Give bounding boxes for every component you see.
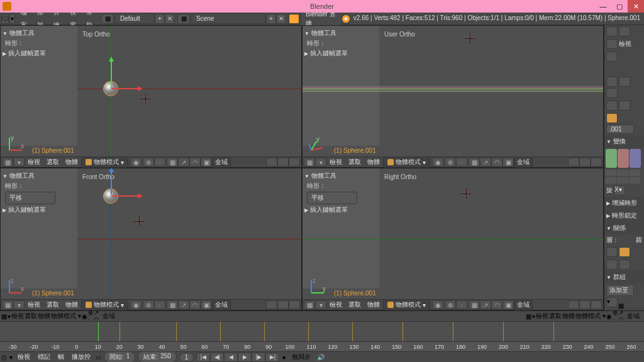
keyframe-marker[interactable] bbox=[308, 322, 309, 341]
scene-browse-icon[interactable]: ▦ bbox=[177, 14, 190, 24]
menu-collapse-icon[interactable]: ▾ bbox=[315, 300, 326, 309]
layers-icon[interactable]: ▦ bbox=[469, 300, 480, 309]
menu-collapse-icon[interactable]: ▾ bbox=[532, 313, 535, 320]
orientation-dropdown[interactable]: 全域 bbox=[514, 156, 533, 168]
shading-icon[interactable]: ◉ bbox=[82, 313, 87, 320]
context-object-icon[interactable] bbox=[606, 101, 618, 111]
prop-tab-icon[interactable] bbox=[606, 26, 618, 36]
menu-collapse-icon[interactable]: ▾ bbox=[315, 158, 326, 167]
layer-button[interactable] bbox=[266, 158, 277, 167]
viewport-front[interactable]: 物體工具 轉形： 平移 插入鍵幀選單 Front Ortho (1) Spher… bbox=[0, 168, 302, 310]
menu-collapse-icon[interactable]: ▾ bbox=[9, 354, 13, 361]
tl-view[interactable]: 檢視 bbox=[536, 312, 548, 321]
lock-row[interactable] bbox=[604, 169, 644, 177]
tl-object[interactable]: 物體 bbox=[562, 312, 575, 321]
sync-dropdown[interactable]: 無同步 bbox=[288, 352, 314, 362]
mode-dropdown[interactable]: 物體模式 ▾ bbox=[575, 312, 606, 321]
audio-icon[interactable]: 🔊 bbox=[317, 354, 325, 361]
panel-keyframe[interactable]: 插入鍵幀選單 bbox=[3, 206, 75, 214]
pivot-opt-icon[interactable]: · bbox=[456, 300, 467, 309]
manipulator-icon[interactable]: ▦ bbox=[618, 302, 624, 309]
delete-layout-button[interactable]: ✕ bbox=[165, 14, 175, 24]
jump-start-button[interactable]: |◀ bbox=[196, 353, 210, 362]
orientation-dropdown[interactable]: 全域 bbox=[212, 299, 231, 310]
pivot-opt-icon[interactable]: · bbox=[154, 300, 165, 309]
viewport-user[interactable]: 物體工具 轉形： 插入鍵幀選單 User Ortho (1) Sphere.00… bbox=[302, 25, 604, 168]
mode-dropdown[interactable]: 物體模式 ▾ bbox=[51, 312, 81, 321]
layer-button[interactable] bbox=[277, 300, 289, 309]
manipulator-rotate-icon[interactable]: ◠ bbox=[491, 300, 502, 309]
pivot-icon[interactable]: ⊕ bbox=[613, 309, 618, 316]
add-scene-button[interactable]: + bbox=[266, 14, 276, 24]
tl-view[interactable]: 檢視 bbox=[11, 312, 24, 321]
prop-nav-icon[interactable] bbox=[606, 88, 618, 98]
keyframe-marker[interactable] bbox=[176, 322, 177, 341]
manipulator-rotate-icon[interactable]: ◠ bbox=[189, 158, 201, 167]
pivot-opt-icon[interactable]: · bbox=[154, 158, 165, 167]
manipulator-scale-icon[interactable]: ▣ bbox=[201, 158, 212, 167]
layer-button[interactable] bbox=[289, 158, 300, 167]
panel-keyframe[interactable]: 插入鍵幀選單 bbox=[304, 206, 377, 214]
prop-nav-icon[interactable] bbox=[619, 77, 630, 87]
keyframe-marker[interactable] bbox=[503, 322, 504, 341]
keyframe-marker[interactable] bbox=[453, 322, 453, 341]
layout-browse-icon[interactable]: ▦ bbox=[101, 14, 114, 24]
editor-type-icon[interactable]: ▦ bbox=[1, 313, 7, 320]
manipulator-translate-icon[interactable]: ↗ bbox=[178, 158, 189, 167]
manipulator-translate-icon[interactable]: ↗ bbox=[480, 300, 491, 309]
header-select[interactable]: 選取 bbox=[345, 300, 364, 309]
context-data-icon[interactable] bbox=[619, 101, 630, 111]
close-button[interactable]: ✕ bbox=[628, 0, 644, 13]
keyframe-marker[interactable] bbox=[553, 322, 554, 341]
current-frame-field[interactable]: 1 bbox=[179, 353, 194, 362]
cursor-3d[interactable] bbox=[465, 33, 475, 43]
group-opt-icon[interactable]: ▾ bbox=[606, 297, 618, 307]
header-view[interactable]: 檢視 bbox=[326, 300, 345, 309]
panel-keyframe[interactable]: 插入鍵幀選單 bbox=[304, 49, 377, 58]
add-layout-button[interactable]: + bbox=[155, 14, 165, 24]
prop-tab-icon[interactable] bbox=[606, 39, 618, 49]
keyframe-marker[interactable] bbox=[264, 322, 265, 341]
editor-type-icon[interactable]: ▦ bbox=[2, 158, 13, 167]
mode-dropdown[interactable]: 物體模式 ▾ bbox=[383, 299, 430, 310]
panel-keyframe[interactable]: 插入鍵幀選單 bbox=[3, 49, 75, 58]
gizmo-x-arrow[interactable] bbox=[111, 88, 142, 89]
panel-rotlock[interactable]: 轉形鎖定 bbox=[604, 209, 644, 222]
manipulator-translate-icon[interactable]: ↗ bbox=[480, 158, 491, 167]
manipulator-translate-icon[interactable]: ↗ bbox=[178, 300, 189, 309]
keyframe-marker[interactable] bbox=[352, 322, 353, 341]
header-select[interactable]: 選取 bbox=[345, 158, 364, 167]
orientation-dropdown[interactable]: 全域 bbox=[100, 311, 118, 321]
panel-transform[interactable]: 變換 bbox=[604, 135, 644, 148]
pivot-icon[interactable]: ⊕ bbox=[445, 300, 456, 309]
header-object[interactable]: 物體 bbox=[62, 158, 81, 167]
tl-menu-frame[interactable]: 幀 bbox=[55, 353, 67, 361]
layer-button[interactable] bbox=[289, 300, 300, 309]
shading-icon[interactable]: ◉ bbox=[432, 158, 443, 167]
header-object[interactable]: 物體 bbox=[62, 300, 81, 309]
play-button[interactable]: ▶ bbox=[238, 353, 252, 362]
panel-object-tools[interactable]: 物體工具 bbox=[3, 29, 75, 38]
tl-menu-view[interactable]: 檢視 bbox=[15, 353, 33, 361]
header-view[interactable]: 檢視 bbox=[25, 300, 43, 309]
menu-collapse-icon[interactable]: ▾ bbox=[13, 300, 25, 309]
tl-menu-marker[interactable]: 標記 bbox=[35, 353, 53, 361]
layout-dropdown[interactable]: Default bbox=[114, 13, 155, 24]
panel-relations[interactable]: 關係 bbox=[604, 222, 644, 234]
viewport-top[interactable]: 物體工具 轉形： 插入鍵幀選單 Top Ortho (1) Sphere.001… bbox=[0, 25, 302, 168]
keyframe-prev-button[interactable]: ◀| bbox=[210, 353, 224, 362]
panel-object-tools[interactable]: 物體工具 bbox=[3, 172, 75, 180]
layer-slot[interactable] bbox=[606, 260, 618, 270]
translate-button[interactable]: 平移 bbox=[5, 192, 55, 204]
rot-mode-dropdown[interactable]: X▾ bbox=[614, 185, 625, 195]
mode-dropdown[interactable]: 物體模式 ▾ bbox=[81, 299, 128, 310]
manipulator-icon[interactable]: ↗ bbox=[618, 309, 624, 316]
layer-button[interactable] bbox=[591, 300, 602, 309]
shading-icon[interactable]: ◉ bbox=[432, 300, 443, 309]
delete-scene-button[interactable]: ✕ bbox=[276, 14, 286, 24]
jump-end-button[interactable]: ▶| bbox=[265, 353, 279, 362]
engine-icon[interactable] bbox=[289, 14, 299, 24]
header-select[interactable]: 選取 bbox=[43, 158, 62, 167]
layer-slot[interactable] bbox=[606, 247, 618, 257]
manipulator-scale-icon[interactable]: ▣ bbox=[201, 300, 212, 309]
